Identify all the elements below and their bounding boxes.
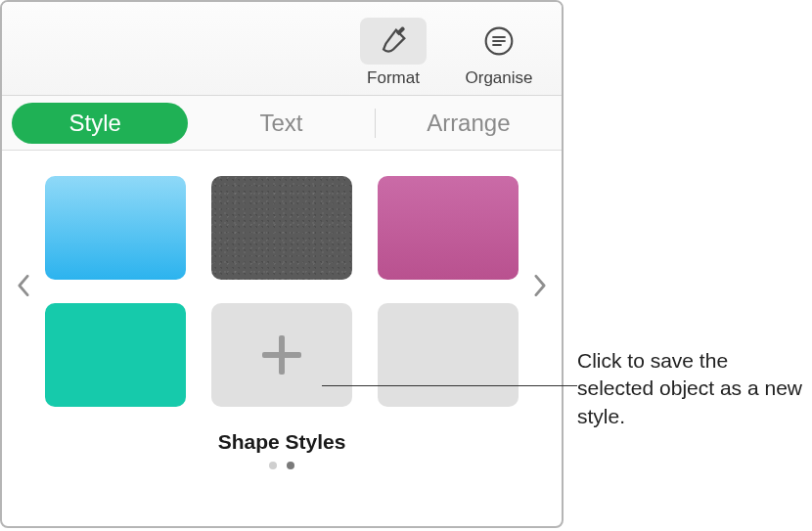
- tab-arrange[interactable]: Arrange: [376, 103, 562, 144]
- tab-text[interactable]: Text: [188, 103, 374, 144]
- organise-label: Organise: [466, 68, 533, 88]
- style-swatch-teal[interactable]: [45, 303, 186, 407]
- organise-icon: [483, 25, 515, 57]
- styles-next-button[interactable]: [526, 266, 554, 305]
- inspector-toolbar: Format Organise: [2, 2, 562, 96]
- style-swatch-gray-texture[interactable]: [211, 176, 352, 280]
- style-swatch-magenta[interactable]: [378, 176, 519, 280]
- style-swatch-blue[interactable]: [45, 176, 186, 280]
- shape-styles-title: Shape Styles: [45, 430, 519, 454]
- organise-toolbar-button[interactable]: Organise: [450, 10, 548, 88]
- tab-style[interactable]: Style: [2, 103, 188, 144]
- tab-arrange-label: Arrange: [427, 110, 510, 137]
- page-dot-1[interactable]: [269, 462, 277, 469]
- tab-text-label: Text: [259, 110, 302, 137]
- organise-icon-wrap: [466, 18, 532, 65]
- tab-style-label: Style: [68, 110, 120, 137]
- paintbrush-icon: [377, 24, 410, 58]
- callout-text: Click to save the selected object as a n…: [577, 347, 802, 430]
- format-toolbar-button[interactable]: Format: [344, 10, 442, 88]
- styles-prev-button[interactable]: [10, 266, 37, 305]
- add-style-button[interactable]: [211, 303, 352, 407]
- chevron-left-icon: [17, 275, 30, 296]
- format-icon-wrap: [360, 18, 427, 65]
- callout-leader-line: [322, 385, 577, 386]
- shape-styles-grid: [45, 176, 519, 407]
- styles-page-dots: [45, 462, 519, 469]
- inspector-tab-bar: Style Text Arrange: [2, 96, 562, 151]
- page-dot-2[interactable]: [287, 462, 294, 469]
- format-inspector-panel: Format Organise Style Text Arrange: [0, 0, 564, 528]
- plus-icon: [262, 335, 301, 375]
- style-swatch-empty[interactable]: [378, 303, 519, 407]
- chevron-right-icon: [533, 275, 547, 296]
- format-label: Format: [367, 68, 420, 88]
- shape-styles-area: Shape Styles: [2, 151, 562, 469]
